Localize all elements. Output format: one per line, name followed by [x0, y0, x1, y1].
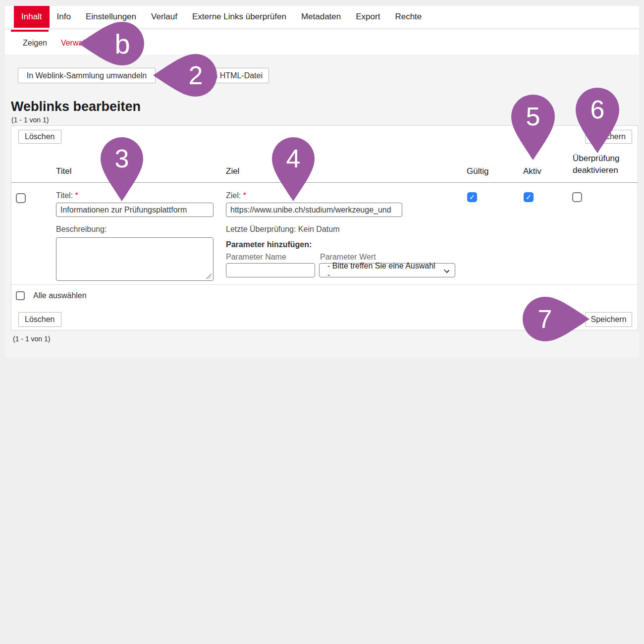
delete-button-bottom[interactable]: Löschen [18, 312, 61, 327]
check-icon: ✓ [469, 193, 476, 202]
titel-label-text: Titel: [56, 191, 73, 200]
tab-externe-links[interactable]: Externe Links überprüfen [185, 6, 294, 28]
tab-verlauf[interactable]: Verlauf [144, 6, 185, 28]
row-select-checkbox[interactable] [16, 193, 26, 203]
save-as-html-file-button[interactable]: s HTML-Datei [163, 68, 269, 83]
header-band: Inhalt Info Einstellungen Verlauf Extern… [5, 6, 639, 54]
gueltig-checkbox[interactable]: ✓ [467, 192, 477, 202]
row-divider [11, 284, 638, 285]
tab-einstellungen[interactable]: Einstellungen [78, 6, 144, 28]
parameter-wert-select[interactable]: - Bitte treffen Sie eine Auswahl - [319, 263, 455, 277]
page: Inhalt Info Einstellungen Verlauf Extern… [0, 0, 644, 644]
save-button-bottom[interactable]: Speichern [585, 312, 632, 327]
beschreibung-label: Beschreibung: [56, 225, 107, 234]
tab-export[interactable]: Export [348, 6, 387, 28]
column-header-ueberpruefung-deaktivieren: Überprüfung deaktivieren [573, 153, 637, 176]
column-header-ziel: Ziel [226, 166, 239, 176]
ziel-field-label: Ziel: * [226, 191, 246, 200]
chevron-down-icon [444, 268, 449, 273]
parameter-wert-label: Parameter Wert [320, 253, 376, 262]
parameter-wert-select-value: - Bitte treffen Sie eine Auswahl - [327, 262, 440, 279]
column-header-aktiv: Aktiv [523, 166, 541, 176]
parameter-name-input[interactable] [226, 263, 315, 277]
ziel-label-text: Ziel: [226, 191, 241, 200]
select-all-label: Alle auswählen [33, 291, 87, 300]
letzte-ueberpruefung-text: Letzte Überprüfung: Kein Datum [226, 225, 339, 234]
subtab-verwalten[interactable]: Verwalten [61, 39, 96, 48]
subtab-zeigen[interactable]: Zeigen [23, 39, 47, 48]
save-button-top[interactable]: chern [585, 130, 632, 144]
result-range-bottom: (1 - 1 von 1) [13, 335, 50, 343]
column-header-titel: Titel [56, 166, 72, 176]
select-all-checkbox[interactable] [16, 291, 25, 300]
main-tabbar: Inhalt Info Einstellungen Verlauf Extern… [5, 6, 639, 30]
parameter-hinzufuegen-header: Parameter hinzufügen: [226, 240, 312, 249]
convert-to-weblink-collection-button[interactable]: In Weblink-Sammlung umwandeln [18, 68, 156, 83]
ueberpruefung-deaktivieren-checkbox[interactable] [572, 192, 582, 202]
tab-inhalt[interactable]: Inhalt [14, 6, 50, 28]
ziel-input[interactable] [226, 203, 402, 217]
titel-field-label: Titel: * [56, 191, 78, 200]
parameter-name-label: Parameter Name [226, 253, 286, 262]
titel-input[interactable] [56, 203, 214, 217]
sub-tabbar: Zeigen Verwalten [5, 32, 639, 54]
column-header-gueltig: Gültig [467, 166, 488, 176]
ziel-required-mark: * [243, 191, 246, 200]
result-range-top: (1 - 1 von 1) [11, 116, 49, 124]
tab-metadaten[interactable]: Metadaten [294, 6, 348, 28]
tab-info[interactable]: Info [50, 6, 78, 28]
weblinks-table: Löschen chern Titel Ziel Gültig Aktiv Üb… [11, 125, 638, 330]
aktiv-checkbox[interactable]: ✓ [524, 192, 534, 202]
resize-grip-icon[interactable] [206, 273, 212, 279]
titel-required-mark: * [75, 191, 78, 200]
header-divider [11, 182, 638, 183]
beschreibung-textarea[interactable] [56, 237, 214, 281]
delete-button-top[interactable]: Löschen [18, 130, 61, 144]
tab-rechte[interactable]: Rechte [387, 6, 429, 28]
page-title: Weblinks bearbeiten [11, 99, 141, 114]
check-icon: ✓ [526, 193, 532, 202]
